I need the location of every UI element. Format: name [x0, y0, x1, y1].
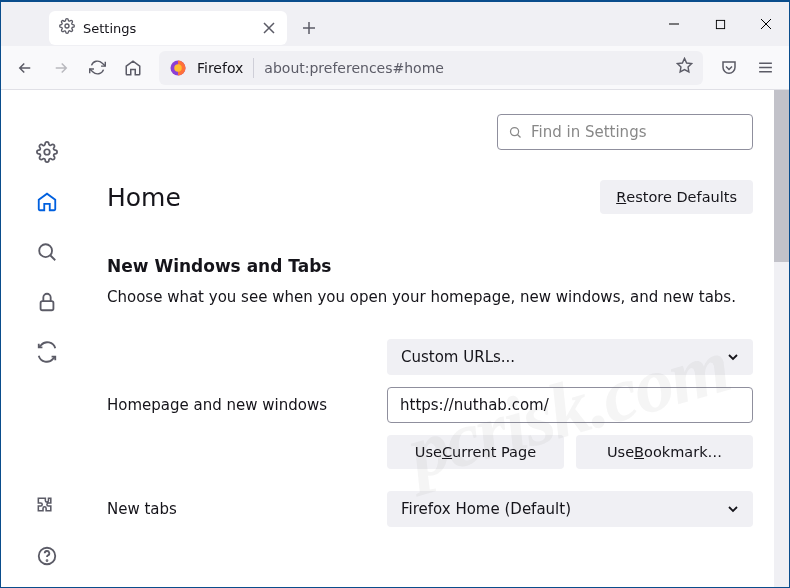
back-button[interactable]	[9, 52, 41, 84]
urlbar-identity-label: Firefox	[197, 60, 243, 76]
chevron-down-icon	[727, 503, 739, 515]
search-icon	[508, 125, 523, 140]
svg-point-9	[47, 560, 48, 561]
svg-rect-1	[716, 20, 724, 28]
new-tab-button[interactable]	[293, 12, 325, 44]
svg-point-5	[44, 149, 50, 155]
sidebar-home-icon[interactable]	[33, 188, 61, 216]
nav-toolbar: Firefox about:preferences#home	[1, 46, 789, 90]
urlbar-separator	[253, 58, 254, 78]
maximize-button[interactable]	[697, 4, 743, 44]
sidebar-sync-icon[interactable]	[33, 338, 61, 366]
urlbar-text: about:preferences#home	[264, 60, 666, 76]
content-area: pcrisk.com Home Restore Defaults New Win…	[1, 90, 789, 588]
newtabs-label: New tabs	[107, 500, 387, 518]
find-in-settings[interactable]	[497, 114, 753, 150]
svg-point-3	[174, 64, 182, 72]
close-icon[interactable]	[261, 20, 277, 36]
sidebar-extensions-icon[interactable]	[33, 492, 61, 520]
homepage-mode-value: Custom URLs...	[401, 348, 515, 366]
use-current-page-button[interactable]: Use Current Page	[387, 435, 564, 469]
pocket-button[interactable]	[713, 52, 745, 84]
svg-point-0	[65, 24, 69, 28]
home-button[interactable]	[117, 52, 149, 84]
app-menu-button[interactable]	[749, 52, 781, 84]
newtabs-select[interactable]: Firefox Home (Default)	[387, 491, 753, 527]
tab-title: Settings	[83, 21, 253, 36]
sidebar	[1, 90, 93, 588]
page-title: Home	[107, 183, 181, 212]
reload-button[interactable]	[81, 52, 113, 84]
section-description: Choose what you see when you open your h…	[107, 286, 753, 309]
homepage-url-input[interactable]	[387, 387, 753, 423]
url-bar[interactable]: Firefox about:preferences#home	[159, 51, 703, 85]
sidebar-help-icon[interactable]	[33, 542, 61, 570]
svg-point-10	[511, 127, 519, 135]
newtabs-value: Firefox Home (Default)	[401, 500, 571, 518]
firefox-icon	[169, 59, 187, 77]
titlebar: Settings	[1, 2, 789, 46]
window-controls	[651, 4, 789, 44]
chevron-down-icon	[727, 351, 739, 363]
svg-point-6	[39, 244, 52, 257]
sidebar-privacy-icon[interactable]	[33, 288, 61, 316]
svg-rect-7	[41, 301, 54, 310]
use-bookmark-button[interactable]: Use Bookmark…	[576, 435, 753, 469]
close-button[interactable]	[743, 4, 789, 44]
section-title: New Windows and Tabs	[107, 256, 753, 276]
main-panel: Home Restore Defaults New Windows and Ta…	[93, 90, 789, 588]
svg-marker-4	[677, 58, 691, 71]
homepage-label-text: Homepage and new windows	[107, 396, 387, 414]
sidebar-general-icon[interactable]	[33, 138, 61, 166]
browser-tab[interactable]: Settings	[49, 11, 287, 45]
restore-defaults-button[interactable]: Restore Defaults	[600, 180, 753, 214]
sidebar-search-icon[interactable]	[33, 238, 61, 266]
scrollbar-thumb[interactable]	[774, 90, 789, 262]
minimize-button[interactable]	[651, 4, 697, 44]
find-input[interactable]	[531, 123, 742, 141]
forward-button[interactable]	[45, 52, 77, 84]
gear-icon	[59, 18, 75, 38]
homepage-mode-select[interactable]: Custom URLs...	[387, 339, 753, 375]
bookmark-star-icon[interactable]	[676, 57, 693, 78]
